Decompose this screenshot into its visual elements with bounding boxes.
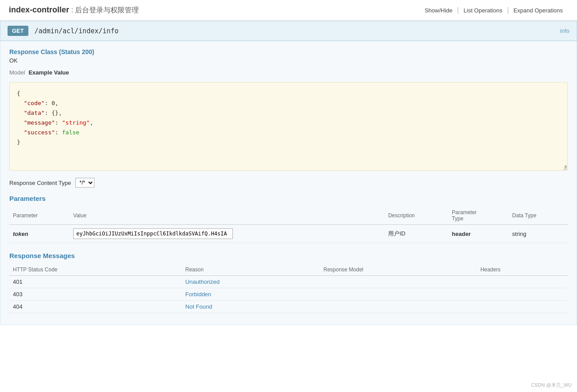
parameters-section: Parameters Parameter Value Description P… <box>9 195 568 243</box>
param-col-datatype: Data Type <box>509 207 568 225</box>
response-messages-table: HTTP Status Code Reason Response Model H… <box>9 264 568 313</box>
param-value-cell <box>70 225 385 243</box>
parameters-table: Parameter Value Description ParameterTyp… <box>9 207 568 243</box>
controller-name: index-controller <box>9 5 69 14</box>
api-path: /admin/acl/index/info <box>35 27 119 35</box>
resp-model-403 <box>320 288 477 301</box>
resize-handle[interactable]: ◢ <box>564 162 566 169</box>
token-input[interactable] <box>73 228 233 239</box>
table-row: 404 Not Found <box>9 301 568 313</box>
resp-col-headers: Headers <box>477 264 568 276</box>
page-title: index-controller : 后台登录与权限管理 <box>9 5 139 15</box>
parameters-title: Parameters <box>9 195 568 202</box>
code-line-1: { <box>17 89 560 98</box>
resp-model-401 <box>320 276 477 288</box>
code-block: { "code": 0, "data": {}, "message": "str… <box>9 82 568 171</box>
get-bar: GET /admin/acl/index/info info <box>0 21 577 41</box>
page-header: index-controller : 后台登录与权限管理 Show/Hide L… <box>0 0 577 21</box>
content-type-row: Response Content Type */* <box>9 178 568 188</box>
resp-headers-404 <box>477 301 568 313</box>
model-row: Model Example Value <box>9 69 568 76</box>
params-header-row: Parameter Value Description ParameterTyp… <box>9 207 568 225</box>
resp-col-model: Response Model <box>320 264 477 276</box>
response-header-row: HTTP Status Code Reason Response Model H… <box>9 264 568 276</box>
resp-model-404 <box>320 301 477 313</box>
resp-col-reason: Reason <box>182 264 320 276</box>
show-hide-link[interactable]: Show/Hide <box>419 7 458 14</box>
resp-col-code: HTTP Status Code <box>9 264 182 276</box>
param-col-description: Description <box>385 207 448 225</box>
resp-reason-403: Forbidden <box>182 288 320 301</box>
table-row: 403 Forbidden <box>9 288 568 301</box>
main-content: Response Class (Status 200) OK Model Exa… <box>0 41 577 325</box>
response-messages-section: Response Messages HTTP Status Code Reaso… <box>9 252 568 313</box>
response-class-title: Response Class (Status 200) <box>9 48 568 55</box>
controller-subtitle: : 后台登录与权限管理 <box>69 6 139 14</box>
response-class-section: Response Class (Status 200) OK Model Exa… <box>9 48 568 76</box>
expand-operations-link[interactable]: Expand Operations <box>508 7 568 14</box>
example-value-link[interactable]: Example Value <box>28 69 69 76</box>
header-actions: Show/Hide List Operations Expand Operati… <box>419 7 568 14</box>
resp-headers-403 <box>477 288 568 301</box>
resp-reason-401: Unauthorized <box>182 276 320 288</box>
param-col-type: ParameterType <box>448 207 509 225</box>
resp-status-404: 404 <box>9 301 182 313</box>
table-row: 401 Unauthorized <box>9 276 568 288</box>
response-class-status: OK <box>9 57 568 64</box>
resp-status-403: 403 <box>9 288 182 301</box>
response-messages-title: Response Messages <box>9 252 568 259</box>
param-col-parameter: Parameter <box>9 207 70 225</box>
param-col-value: Value <box>70 207 385 225</box>
resp-status-401: 401 <box>9 276 182 288</box>
code-line-3: "data": {}, <box>17 108 560 118</box>
content-type-select[interactable]: */* <box>75 178 94 188</box>
code-line-4: "message": "string", <box>17 118 560 128</box>
resp-headers-401 <box>477 276 568 288</box>
code-line-2: "code": 0, <box>17 98 560 108</box>
table-row: token 用户ID header string <box>9 225 568 243</box>
list-operations-link[interactable]: List Operations <box>458 7 508 14</box>
param-description: 用户ID <box>385 225 448 243</box>
get-method-badge[interactable]: GET <box>8 26 28 36</box>
param-data-type: string <box>509 225 568 243</box>
content-type-label: Response Content Type <box>9 180 71 186</box>
info-link[interactable]: info <box>560 27 569 34</box>
param-type: header <box>448 225 509 243</box>
code-line-6: } <box>17 137 560 147</box>
code-line-5: "success": false <box>17 128 560 137</box>
param-name: token <box>9 225 70 243</box>
resp-reason-404: Not Found <box>182 301 320 313</box>
model-label: Model <box>9 69 25 76</box>
